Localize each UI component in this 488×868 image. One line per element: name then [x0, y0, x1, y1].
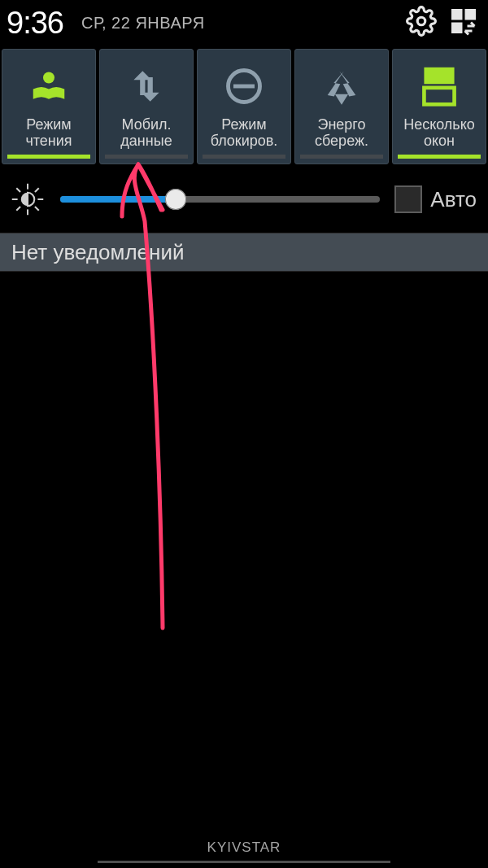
tile-reading-mode[interactable]: Режим чтения [2, 49, 96, 164]
brightness-slider[interactable] [60, 183, 380, 216]
notification-body [0, 272, 488, 861]
brightness-icon [7, 178, 49, 220]
tile-multi-window[interactable]: Несколько окон [392, 49, 486, 164]
status-date: СР, 22 ЯНВАРЯ [81, 14, 205, 33]
multi-window-icon [414, 61, 464, 111]
status-bar: 9:36 СР, 22 ЯНВАРЯ [0, 0, 488, 46]
panel-handle[interactable] [98, 861, 390, 863]
tile-label: Режим блокиров. [199, 112, 289, 150]
svg-rect-8 [424, 88, 454, 104]
svg-point-4 [43, 72, 54, 84]
svg-rect-3 [451, 23, 463, 34]
clock: 9:36 [7, 6, 63, 41]
tile-label: Несколько окон [394, 112, 484, 150]
gear-icon [406, 6, 437, 40]
svg-point-0 [417, 17, 425, 25]
svg-line-16 [35, 188, 39, 192]
brightness-row: Авто [0, 166, 488, 233]
brightness-slider-fill [60, 196, 176, 203]
blocking-mode-icon [219, 61, 269, 111]
svg-line-15 [35, 207, 39, 211]
tile-mobile-data[interactable]: Мобил. данные [99, 49, 194, 164]
svg-rect-1 [451, 9, 463, 20]
auto-brightness-checkbox[interactable] [394, 185, 422, 213]
tile-blocking-mode[interactable]: Режим блокиров. [197, 49, 291, 164]
svg-rect-2 [465, 9, 477, 20]
quick-settings-tiles: Режим чтения Мобил. данные Режим блокиро… [0, 46, 488, 166]
tile-label: Режим чтения [4, 112, 94, 150]
power-saving-icon [316, 61, 367, 111]
carrier-label: KYIVSTAR [207, 840, 281, 856]
svg-rect-7 [424, 68, 454, 84]
reading-mode-icon [24, 61, 74, 111]
quick-settings-grid-button[interactable] [446, 5, 481, 41]
auto-brightness-label: Авто [430, 187, 477, 212]
mobile-data-icon [121, 61, 172, 111]
brightness-slider-thumb[interactable] [165, 189, 186, 210]
tile-label: Энерго сбереж. [297, 112, 386, 150]
settings-button[interactable] [403, 5, 439, 41]
svg-line-17 [16, 207, 20, 211]
grid-icon [449, 7, 478, 39]
no-notifications-header: Нет уведомлений [0, 233, 488, 272]
panel-footer[interactable]: KYIVSTAR [0, 834, 488, 868]
tile-label: Мобил. данные [102, 112, 191, 150]
svg-line-14 [16, 188, 20, 192]
tile-power-saving[interactable]: Энерго сбереж. [294, 49, 389, 164]
